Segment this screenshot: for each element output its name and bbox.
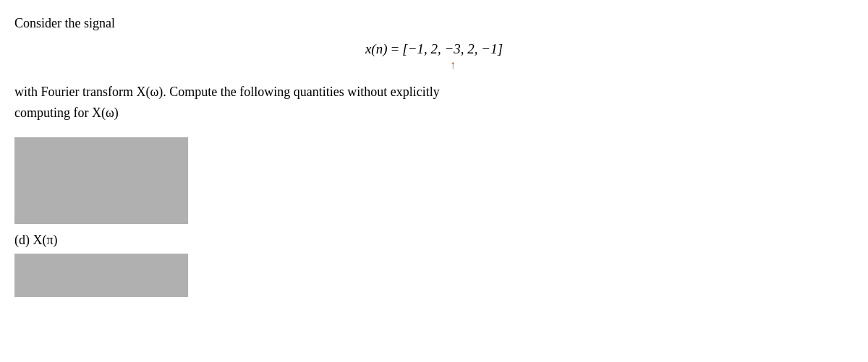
hidden-content-box — [14, 137, 188, 224]
intro-text: Consider the signal — [14, 13, 854, 34]
equation-rhs: [−1, 2, −3, 2, −1] — [402, 41, 503, 57]
equation-line: x(n) = [−1, 2, −3, 2, −1] — [14, 41, 854, 57]
origin-arrow: ↑ — [450, 59, 456, 72]
equation-equals: = — [391, 41, 400, 57]
arrow-container: ↑ — [14, 59, 854, 72]
description-line1: with Fourier transform X(ω). Compute the… — [14, 85, 440, 99]
equation-block: x(n) = [−1, 2, −3, 2, −1] ↑ — [14, 41, 854, 72]
equation-lhs: x(n) — [365, 41, 388, 57]
part-d-label: (d) X(π) — [14, 233, 854, 248]
part-d-answer-box — [14, 254, 188, 297]
description-line2: computing for X(ω) — [14, 105, 119, 120]
description-text: with Fourier transform X(ω). Compute the… — [14, 82, 854, 124]
